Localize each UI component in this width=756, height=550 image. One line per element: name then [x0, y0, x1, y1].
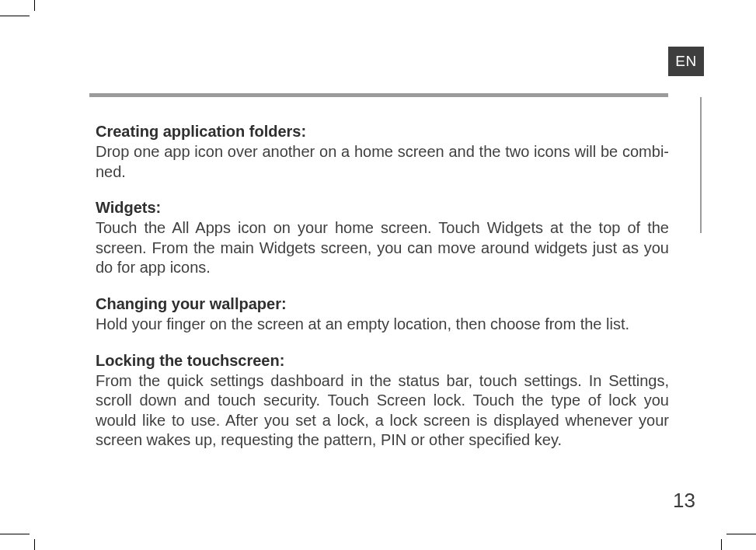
section-heading: Locking the touchscreen:	[96, 352, 669, 370]
page-container: EN Creating application folders: Drop on…	[0, 0, 756, 550]
section-creating-folders: Creating application folders: Drop one a…	[96, 123, 669, 182]
crop-mark	[34, 539, 35, 550]
section-body: Touch the All Apps icon on your home scr…	[96, 218, 669, 278]
header-bar	[89, 93, 668, 97]
right-rail	[700, 97, 702, 233]
crop-mark	[721, 539, 722, 550]
section-heading: Changing your wallpaper:	[96, 295, 669, 313]
section-heading: Creating application folders:	[96, 123, 669, 141]
section-body: From the quick settings dashboard in the…	[96, 371, 669, 451]
crop-mark	[0, 16, 30, 16]
page-number: 13	[673, 489, 695, 513]
crop-mark	[34, 0, 35, 11]
section-heading: Widgets:	[96, 199, 669, 217]
language-tab: EN	[668, 47, 704, 76]
section-body: Drop one app icon over another on a home…	[96, 142, 669, 182]
section-locking: Locking the touchscreen: From the quick …	[96, 352, 669, 451]
section-wallpaper: Changing your wallpaper: Hold your finge…	[96, 295, 669, 335]
crop-mark	[0, 534, 30, 534]
content-area: Creating application folders: Drop one a…	[96, 123, 669, 468]
section-body: Hold your finger on the screen at an emp…	[96, 315, 669, 335]
section-widgets: Widgets: Touch the All Apps icon on your…	[96, 199, 669, 278]
crop-mark	[726, 534, 756, 534]
